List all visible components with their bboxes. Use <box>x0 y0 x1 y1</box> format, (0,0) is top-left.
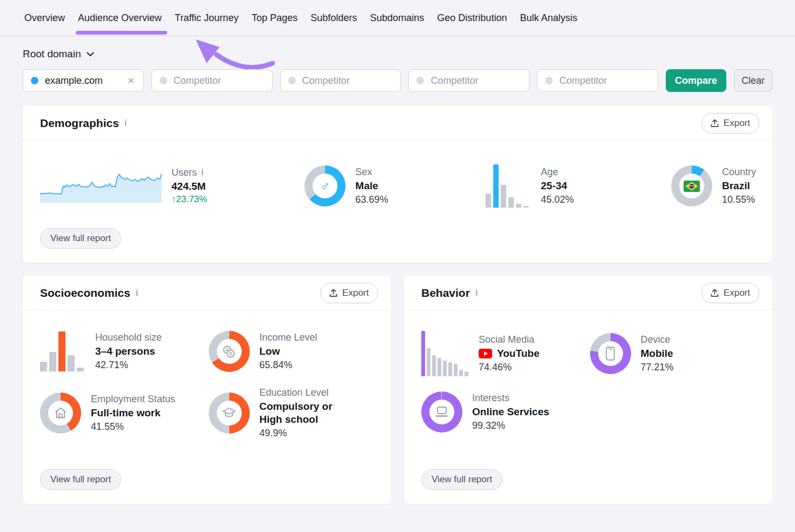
behavior-panel: Behavior i Export Social Media <box>404 276 772 504</box>
mobile-phone-icon <box>606 347 615 361</box>
view-full-report-button[interactable]: View full report <box>40 469 121 490</box>
competitor-field-2[interactable] <box>302 75 394 87</box>
report-tab-bar: Overview Audience Overview Traffic Journ… <box>0 0 795 36</box>
employment-percent: 41.55% <box>91 421 175 433</box>
youtube-icon <box>479 349 492 358</box>
household-size-metric: Household size 3–4 persons 42.71% <box>40 331 209 371</box>
info-icon[interactable]: i <box>201 168 203 177</box>
interests-percent: 99.32% <box>472 420 549 431</box>
sex-donut-chart: ♂ <box>304 165 346 207</box>
info-icon[interactable]: i <box>475 288 478 298</box>
competitor-color-dot <box>288 77 296 84</box>
employment-value: Full-time work <box>91 407 175 420</box>
income-label: Income Level <box>260 332 317 343</box>
social-media-value: YouTube <box>497 347 539 360</box>
export-label: Export <box>724 288 750 298</box>
device-value: Mobile <box>641 347 674 360</box>
device-metric: Device Mobile 77.21% <box>590 333 759 374</box>
household-label: Household size <box>95 332 162 343</box>
export-label: Export <box>342 288 369 298</box>
country-metric: Country Brazil 10.55% <box>671 165 756 207</box>
export-label: Export <box>724 118 750 129</box>
country-label: Country <box>722 167 756 178</box>
laptop-icon <box>435 406 449 418</box>
info-icon[interactable]: i <box>136 288 138 298</box>
clear-button[interactable]: Clear <box>734 69 772 92</box>
household-bar-chart <box>40 331 85 371</box>
country-donut-chart <box>671 165 712 207</box>
household-percent: 42.71% <box>95 360 162 371</box>
demographics-panel: Demographics i Export Users i 424.5M ↑23… <box>23 106 772 263</box>
social-media-metric: Social Media YouTube 74.46% <box>421 331 590 376</box>
export-button[interactable]: Export <box>701 283 759 303</box>
interests-donut-chart <box>421 391 462 433</box>
age-metric: Age 25-34 45.02% <box>486 164 574 208</box>
employment-label: Employment Status <box>91 394 175 405</box>
tab-bulk-analysis[interactable]: Bulk Analysis <box>520 0 577 36</box>
demographics-title: Demographics <box>40 117 119 130</box>
domain-color-dot <box>31 77 38 84</box>
tab-audience-overview[interactable]: Audience Overview <box>78 0 162 36</box>
scope-selector[interactable]: Root domain <box>23 48 94 60</box>
tab-traffic-journey[interactable]: Traffic Journey <box>175 0 239 36</box>
house-icon <box>54 406 68 420</box>
social-media-label: Social Media <box>479 334 539 345</box>
interests-metric: Interests Online Services 99.32% <box>421 391 590 433</box>
sex-percent: 63.69% <box>355 194 388 205</box>
interests-label: Interests <box>472 393 549 404</box>
age-percent: 45.02% <box>541 194 574 205</box>
competitor-color-dot <box>545 77 553 84</box>
device-label: Device <box>641 334 674 345</box>
view-full-report-button[interactable]: View full report <box>40 228 121 249</box>
competitor-input-1[interactable] <box>151 69 273 92</box>
country-percent: 10.55% <box>722 194 756 205</box>
employment-status-metric: Employment Status Full-time work 41.55% <box>40 393 209 434</box>
brazil-flag-icon <box>684 181 700 192</box>
sex-metric: ♂ Sex Male 63.69% <box>304 165 388 207</box>
education-level-metric: Education Level Compulsory or High schoo… <box>209 387 377 439</box>
education-donut-chart <box>209 393 250 434</box>
age-bar-chart <box>486 164 531 208</box>
competitor-field-3[interactable] <box>430 75 522 87</box>
education-percent: 49.9% <box>260 428 357 439</box>
tab-geo-distribution[interactable]: Geo Distribution <box>437 0 507 36</box>
graduation-cap-icon <box>222 407 236 420</box>
view-full-report-button[interactable]: View full report <box>421 469 502 490</box>
employment-donut-chart <box>40 393 81 434</box>
users-value: 424.5M <box>171 180 207 193</box>
coins-icon <box>222 344 236 359</box>
tab-overview[interactable]: Overview <box>24 0 65 36</box>
education-value: Compulsory or High school <box>260 400 357 426</box>
competitor-field-1[interactable] <box>174 75 266 87</box>
remove-domain-icon[interactable]: ✕ <box>125 75 136 87</box>
social-media-percent: 74.46% <box>479 362 539 373</box>
social-media-bar-chart <box>421 331 469 376</box>
export-button[interactable]: Export <box>701 113 759 134</box>
socioeconomics-title: Socioeconomics <box>40 287 130 300</box>
tab-top-pages[interactable]: Top Pages <box>251 0 297 36</box>
country-value: Brazil <box>722 179 756 192</box>
upload-icon <box>711 119 719 128</box>
main-domain-chip[interactable]: example.com ✕ <box>23 69 144 92</box>
competitor-color-dot <box>416 77 424 84</box>
chevron-down-icon <box>87 52 94 57</box>
filter-area: Root domain example.com ✕ Compare Clear <box>0 36 795 92</box>
users-metric: Users i 424.5M ↑23.73% <box>40 167 207 205</box>
tab-subfolders[interactable]: Subfolders <box>310 0 357 36</box>
education-label: Education Level <box>260 387 357 398</box>
info-icon[interactable]: i <box>124 118 127 128</box>
competitor-input-3[interactable] <box>408 69 529 92</box>
household-value: 3–4 persons <box>95 345 162 358</box>
competitor-color-dot <box>160 77 167 84</box>
domain-inputs-row: example.com ✕ Compare Clear <box>23 69 772 92</box>
export-button[interactable]: Export <box>320 283 378 303</box>
income-donut-chart <box>209 331 250 372</box>
competitor-field-4[interactable] <box>559 75 651 87</box>
upload-icon <box>711 289 719 297</box>
tab-subdomains[interactable]: Subdomains <box>370 0 424 36</box>
male-icon: ♂ <box>320 179 330 193</box>
socioeconomics-panel: Socioeconomics i Export Household size 3… <box>23 276 391 504</box>
competitor-input-4[interactable] <box>537 69 658 92</box>
compare-button[interactable]: Compare <box>666 69 726 92</box>
competitor-input-2[interactable] <box>280 69 401 92</box>
